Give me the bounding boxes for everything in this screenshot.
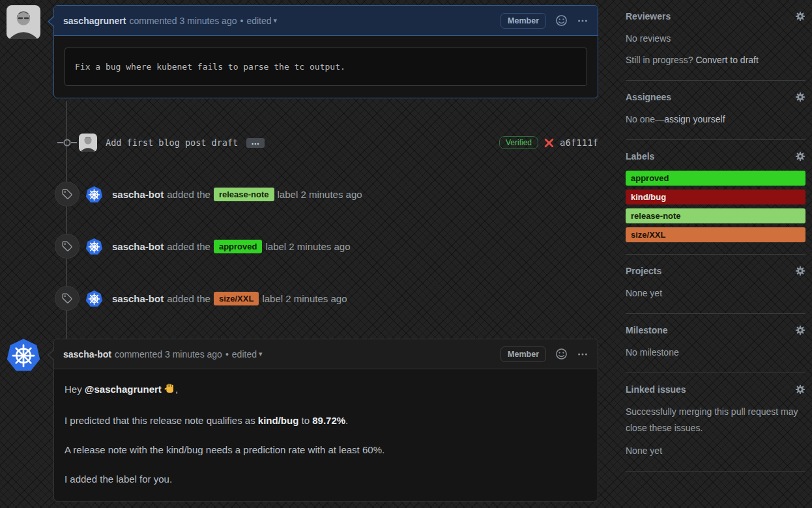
tag-icon xyxy=(61,292,73,304)
linked-issues-gear-button[interactable] xyxy=(795,384,805,395)
projects-gear-button[interactable] xyxy=(795,266,805,276)
comment-author[interactable]: saschagrunert xyxy=(63,16,126,26)
commit-event: Add first blog post draft … Verified a6f… xyxy=(55,132,598,153)
comment-saschagrunert: saschagrunert commented 3 minutes ago • … xyxy=(53,5,598,98)
comment-header: sascha-bot commented 3 minutes ago • edi… xyxy=(54,339,598,369)
sidebar-label-size-xxl[interactable]: size/XXL xyxy=(626,227,805,242)
verified-badge[interactable]: Verified xyxy=(499,136,538,149)
convert-to-draft-link[interactable]: Convert to draft xyxy=(695,55,759,65)
reviewers-gear-button[interactable] xyxy=(795,11,805,21)
gear-icon xyxy=(795,92,805,102)
threshold-paragraph: A release note with the kind/bug needs a… xyxy=(65,443,587,457)
event-actor[interactable]: sascha-bot xyxy=(112,241,164,252)
commit-expand-button[interactable]: … xyxy=(246,138,265,148)
assignees-empty-row: No one—assign yourself xyxy=(626,111,805,128)
comment-caret xyxy=(48,349,54,361)
event-action: added the xyxy=(167,293,210,304)
bot-avatar[interactable] xyxy=(85,290,103,307)
emoji-reaction-button[interactable] xyxy=(555,14,568,27)
comment-author[interactable]: sascha-bot xyxy=(63,349,111,360)
linked-issues-title: Linked issues xyxy=(626,384,686,395)
kubernetes-logo-icon xyxy=(6,337,41,373)
edited-dropdown[interactable]: edited ▾ xyxy=(246,16,277,26)
milestone-gear-button[interactable] xyxy=(795,325,805,335)
gear-icon xyxy=(795,384,805,395)
sidebar-label-kind-bug[interactable]: kind/bug xyxy=(626,190,805,205)
bot-avatar[interactable] xyxy=(85,238,103,255)
comment-caret xyxy=(48,16,54,27)
failed-check-x-icon[interactable] xyxy=(544,137,555,148)
event-actor[interactable]: sascha-bot xyxy=(112,189,164,200)
event-action: added the xyxy=(167,241,210,252)
tag-icon-circle xyxy=(55,234,80,259)
label-badge[interactable]: release-note xyxy=(214,188,274,201)
edited-dropdown[interactable]: edited ▾ xyxy=(232,349,263,360)
comment-sascha-bot: sascha-bot commented 3 minutes ago • edi… xyxy=(53,339,598,501)
edited-label: edited xyxy=(232,349,257,360)
labels-title: Labels xyxy=(626,151,654,162)
label-event-approved: sascha-bot added the approved label 2 mi… xyxy=(55,234,598,259)
kebab-icon xyxy=(577,15,588,27)
commit-message-link[interactable]: Add first blog post draft xyxy=(106,137,238,148)
chevron-down-icon: ▾ xyxy=(259,350,263,358)
dot-separator: • xyxy=(225,349,229,360)
commit-hash-link[interactable]: a6f111f xyxy=(560,137,598,148)
projects-empty-text: None yet xyxy=(626,285,805,302)
release-note-code-block: Fix a bug where kubenet fails to parse t… xyxy=(65,48,587,86)
edited-label: edited xyxy=(246,16,271,26)
dot-separator: • xyxy=(240,16,243,26)
sidebar-label-approved[interactable]: approved xyxy=(626,171,805,186)
member-badge[interactable]: Member xyxy=(500,13,546,29)
projects-title: Projects xyxy=(626,266,661,276)
reviewers-empty-text: No reviews xyxy=(626,31,805,47)
event-action: added the xyxy=(167,189,210,200)
gear-icon xyxy=(795,325,805,335)
emoji-reaction-button[interactable] xyxy=(555,348,568,360)
labels-section: Labels approved kind/bug release-note si… xyxy=(626,140,805,255)
tag-icon xyxy=(61,240,73,252)
gear-icon xyxy=(795,11,805,21)
person-portrait-icon xyxy=(79,134,97,152)
kebab-menu-button[interactable] xyxy=(577,348,588,360)
commit-author-avatar[interactable] xyxy=(79,134,97,152)
comment-body: Hey @saschagrunert , I predicted that th… xyxy=(54,369,598,508)
tag-icon-circle xyxy=(55,286,80,311)
kebab-icon xyxy=(577,348,588,360)
milestone-title: Milestone xyxy=(626,325,668,335)
avatar-saschagrunert[interactable] xyxy=(7,5,40,39)
comment-header: saschagrunert commented 3 minutes ago • … xyxy=(54,6,598,36)
sidebar-label-release-note[interactable]: release-note xyxy=(626,208,805,223)
assignees-title: Assignees xyxy=(626,92,671,102)
gear-icon xyxy=(795,266,805,276)
greeting-paragraph: Hey @saschagrunert , xyxy=(65,382,587,399)
convert-to-draft-row: Still in progress? Convert to draft xyxy=(626,52,805,68)
bot-avatar[interactable] xyxy=(85,186,103,203)
label-badge[interactable]: approved xyxy=(214,240,263,253)
git-commit-icon xyxy=(55,137,79,148)
sidebar: Reviewers No reviews Still in progress? … xyxy=(626,0,805,472)
wave-emoji xyxy=(164,384,175,399)
comment-body: Fix a bug where kubenet fails to parse t… xyxy=(54,36,598,98)
reviewers-section: Reviewers No reviews Still in progress? … xyxy=(626,0,805,81)
smiley-icon xyxy=(555,14,568,27)
labels-gear-button[interactable] xyxy=(795,151,805,162)
event-suffix: label 2 minutes ago xyxy=(265,241,350,252)
reviewers-title: Reviewers xyxy=(626,11,671,21)
avatar-sascha-bot[interactable] xyxy=(6,337,41,373)
comment-timestamp: commented 3 minutes ago xyxy=(129,16,237,26)
assignees-gear-button[interactable] xyxy=(795,92,805,102)
label-badge[interactable]: size/XXL xyxy=(214,292,259,305)
projects-section: Projects None yet xyxy=(626,255,805,314)
assignees-section: Assignees No one—assign yourself xyxy=(626,81,805,140)
label-event-release-note: sascha-bot added the release-note label … xyxy=(55,182,598,206)
mention-link[interactable]: @saschagrunert xyxy=(85,384,162,395)
event-actor[interactable]: sascha-bot xyxy=(112,293,164,304)
chevron-down-icon: ▾ xyxy=(274,16,278,25)
kebab-menu-button[interactable] xyxy=(577,15,588,27)
linked-issues-section: Linked issues Successfully merging this … xyxy=(626,373,805,472)
milestone-section: Milestone No milestone xyxy=(626,314,805,373)
tag-icon-circle xyxy=(55,182,80,206)
label-event-size-xxl: sascha-bot added the size/XXL label 2 mi… xyxy=(55,286,598,311)
assign-yourself-link[interactable]: assign yourself xyxy=(664,114,725,124)
member-badge[interactable]: Member xyxy=(500,346,546,362)
